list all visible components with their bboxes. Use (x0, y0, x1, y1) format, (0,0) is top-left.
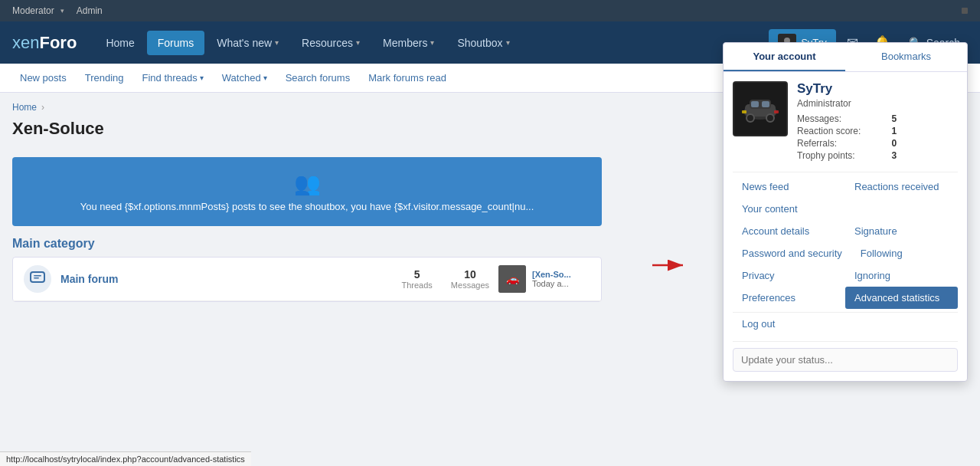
menu-password-security[interactable]: Password and security (733, 242, 851, 264)
admin-bar-collapse[interactable] (962, 8, 968, 14)
reaction-stat-label: Reaction score: (797, 126, 861, 136)
svg-rect-5 (34, 277, 39, 279)
menu-col-left: Preferences (733, 287, 845, 309)
logo-foro: Foro (39, 33, 77, 52)
chevron-down-icon: ▾ (263, 74, 267, 82)
status-input[interactable] (733, 348, 958, 372)
moderator-link[interactable]: Moderator (12, 5, 54, 16)
latest-info: [Xen-So... Today a... (532, 270, 571, 288)
forum-list: Main forum 5 Threads 10 Messages 🚗 (12, 257, 602, 302)
status-url: http://localhost/sytrylocal/index.php?ac… (6, 455, 245, 464)
trophy-stat-count: 3 (891, 150, 897, 161)
forum-name[interactable]: Main forum (60, 273, 393, 285)
status-input-row (733, 341, 958, 372)
profile-reaction-row: Reaction score: 1 (797, 126, 897, 136)
profile-avatar[interactable] (733, 81, 788, 136)
menu-col-right: Following (851, 242, 958, 264)
menu-col-right: Reactions received (845, 176, 958, 198)
dropdown-menu-items: News feed Reactions received Your conten… (733, 172, 958, 335)
nav-shoutbox[interactable]: Shoutbox▾ (446, 31, 520, 55)
menu-row-4: Password and security Following (733, 242, 958, 264)
tab-your-account[interactable]: Your account (724, 43, 845, 71)
sub-nav-find-threads[interactable]: Find threads▾ (135, 66, 211, 90)
chevron-down-icon: ▾ (430, 38, 434, 47)
nav-whats-new[interactable]: What's new▾ (206, 31, 289, 55)
menu-col-left: Account details (733, 220, 845, 242)
profile-stats: Messages: 5 Reaction score: 1 Referrals:… (797, 113, 897, 161)
chevron-down-icon: ▾ (200, 74, 204, 82)
forum-row: Main forum 5 Threads 10 Messages 🚗 (13, 258, 601, 301)
dropdown-body: SyTry Administrator Messages: 5 Reaction… (724, 72, 967, 381)
breadcrumb-separator: › (41, 102, 44, 113)
svg-rect-15 (762, 101, 769, 107)
latest-avatar: 🚗 (498, 265, 526, 293)
latest-username[interactable]: [Xen-So... (532, 270, 571, 279)
menu-preferences[interactable]: Preferences (733, 287, 845, 309)
chevron-down-icon: ▾ (275, 38, 279, 47)
user-profile-row: SyTry Administrator Messages: 5 Reaction… (733, 81, 958, 162)
menu-row-2: Your content (733, 198, 958, 220)
sub-nav-search-forums[interactable]: Search forums (278, 66, 358, 90)
messages-label: Messages (451, 281, 489, 290)
svg-rect-4 (34, 275, 41, 277)
chevron-down-icon: ▾ (356, 38, 360, 47)
shoutbox-banner: 👥 You need {$xf.options.mnmPosts} posts … (12, 157, 602, 226)
messages-count: 10 (464, 268, 476, 281)
menu-empty (845, 198, 958, 208)
menu-signature[interactable]: Signature (845, 220, 958, 242)
messages-stat-label: Messages: (797, 113, 841, 124)
sub-nav-watched[interactable]: Watched▾ (214, 66, 275, 90)
reaction-stat-count: 1 (891, 126, 897, 136)
svg-point-13 (766, 114, 774, 122)
forum-stats: 5 Threads 10 Messages (402, 268, 490, 290)
menu-col-left: Your content (733, 198, 845, 220)
svg-rect-14 (751, 101, 759, 107)
menu-col-left: Password and security (733, 242, 851, 264)
menu-reactions-received[interactable]: Reactions received (845, 176, 958, 198)
menu-your-content[interactable]: Your content (733, 198, 845, 220)
admin-link[interactable]: Admin (77, 5, 103, 16)
sub-nav-trending[interactable]: Trending (77, 66, 132, 90)
profile-messages-row: Messages: 5 (797, 113, 897, 124)
nav-members[interactable]: Members▾ (372, 31, 445, 55)
logo-xen: xen (12, 33, 39, 52)
menu-col-right: Advanced statistics (845, 287, 958, 309)
tab-bookmarks[interactable]: Bookmarks (845, 43, 967, 71)
referrals-stat-count: 0 (891, 138, 897, 149)
menu-advanced-statistics[interactable]: Advanced statistics (845, 287, 958, 309)
menu-row-1: News feed Reactions received (733, 176, 958, 198)
log-out-item[interactable]: Log out (733, 312, 958, 335)
svg-rect-17 (774, 110, 779, 113)
nav-home[interactable]: Home (95, 31, 145, 55)
menu-news-feed[interactable]: News feed (733, 176, 845, 198)
svg-point-12 (746, 114, 754, 122)
shoutbox-icon: 👥 (26, 171, 588, 196)
page-title: Xen-Soluce (12, 119, 104, 139)
nav-forums[interactable]: Forums (147, 31, 204, 55)
profile-name[interactable]: SyTry (797, 81, 897, 97)
latest-post-avatar-icon: 🚗 (498, 265, 526, 293)
nav-resources[interactable]: Resources▾ (291, 31, 371, 55)
svg-text:🚗: 🚗 (506, 273, 520, 286)
profile-car-icon (734, 83, 786, 135)
shoutbox-message: You need {$xf.options.mnmPosts} posts to… (26, 201, 588, 212)
latest-post: 🚗 [Xen-So... Today a... (498, 265, 590, 293)
menu-privacy[interactable]: Privacy (733, 264, 845, 287)
sub-nav-new-posts[interactable]: New posts (12, 66, 74, 90)
logo[interactable]: xenForo (12, 33, 77, 53)
moderator-chevron: ▾ (60, 7, 64, 15)
menu-ignoring[interactable]: Ignoring (845, 264, 958, 287)
forum-icon (24, 265, 51, 293)
sub-nav-mark-read[interactable]: Mark forums read (361, 66, 454, 90)
profile-referrals-row: Referrals: 0 (797, 138, 897, 149)
menu-col-right (845, 198, 958, 220)
svg-rect-3 (31, 272, 44, 282)
menu-account-details[interactable]: Account details (733, 220, 845, 242)
latest-time: Today a... (532, 279, 571, 288)
admin-bar: Moderator ▾ Admin (0, 0, 980, 21)
breadcrumb-home[interactable]: Home (12, 102, 37, 113)
menu-following[interactable]: Following (851, 242, 958, 264)
menu-col-right: Ignoring (845, 264, 958, 287)
arrow-icon (651, 258, 689, 273)
dropdown-tabs: Your account Bookmarks (724, 43, 967, 72)
